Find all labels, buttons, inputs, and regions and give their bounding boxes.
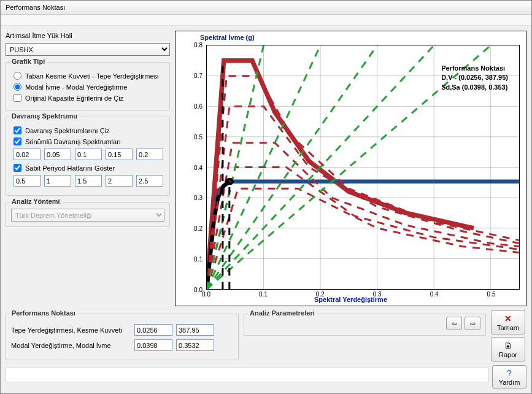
arrow-left-icon: ⇦ bbox=[452, 320, 457, 328]
rapor-button[interactable]: 🗎Rapor bbox=[491, 337, 525, 361]
lower-area: Performans Noktası Tepe Yerdeğiştirmesi,… bbox=[6, 310, 526, 361]
sonumlu-0[interactable] bbox=[13, 149, 40, 160]
performans-group: Performans Noktası Tepe Yerdeğiştirmesi,… bbox=[6, 314, 239, 360]
performans-legend: Performans Noktası bbox=[10, 309, 77, 317]
window-title: Performans Noktası bbox=[6, 4, 65, 11]
perf-row1-label: Tepe Yerdeğiştirmesi, Kesme Kuvveti bbox=[11, 326, 131, 334]
grafik-tipi-legend: Grafik Tipi bbox=[10, 58, 47, 65]
perf-sa-input[interactable] bbox=[176, 339, 214, 351]
analiz-param-legend: Analiz Parametreleri bbox=[248, 309, 317, 317]
dialog-window: Performans Noktası Artımsal İtme Yük Hal… bbox=[0, 0, 532, 394]
close-icon: ✕ bbox=[504, 314, 512, 323]
analiz-yontemi-group: Analiz Yöntemi Türk Deprem Yönetmeliği bbox=[6, 202, 170, 227]
sonumlu-4[interactable] bbox=[136, 149, 163, 160]
check-sonumlu[interactable] bbox=[13, 137, 21, 145]
sabit-0[interactable] bbox=[13, 175, 40, 187]
chart-area: Spektral İvme (g) 0.00.10.20.30.40.50.60… bbox=[175, 31, 526, 306]
perf-row2-label: Modal Yerdeğiştirme, Modal İvme bbox=[11, 342, 131, 349]
sabit-4[interactable] bbox=[136, 175, 163, 187]
perf-d-input[interactable] bbox=[134, 324, 172, 336]
sonumlu-2[interactable] bbox=[75, 149, 102, 160]
sabit-2[interactable] bbox=[75, 175, 102, 187]
radio-modal[interactable] bbox=[13, 83, 21, 91]
chart-y-title: Spektral İvme (g) bbox=[200, 34, 255, 41]
radio-taban-label: Taban Kesme Kuvveti - Tepe Yerdeğiştirme… bbox=[25, 72, 158, 80]
analiz-yontemi-legend: Analiz Yöntemi bbox=[10, 198, 62, 205]
check-sonumlu-label: Sönümlü Davranış Spektrumları bbox=[25, 138, 121, 145]
upper-area: Artımsal İtme Yük Hali PUSHX Grafik Tipi… bbox=[6, 31, 526, 306]
analiz-yontemi-select: Türk Deprem Yönetmeliği bbox=[11, 209, 164, 222]
sabit-3[interactable] bbox=[106, 175, 133, 187]
radio-taban[interactable] bbox=[13, 72, 21, 80]
chart-y-ticks: 0.00.10.20.30.40.50.60.70.8 bbox=[175, 45, 205, 290]
right-buttons: ✕Tamam 🗎Rapor bbox=[491, 310, 526, 361]
radio-modal-label: Modal İvme - Modal Yerdeğiştirme bbox=[25, 83, 127, 91]
check-sabit[interactable] bbox=[13, 164, 21, 172]
titlebar: Performans Noktası bbox=[1, 1, 531, 15]
chart-annotation: Performans Noktası D,V - (0.0256, 387.95… bbox=[441, 64, 508, 92]
davranis-group: Davranış Spektrumu Davranış Spektrumları… bbox=[6, 117, 170, 196]
status-bar bbox=[6, 368, 488, 382]
grafik-tipi-group: Grafik Tipi Taban Kesme Kuvveti - Tepe Y… bbox=[6, 62, 170, 110]
davranis-legend: Davranış Spektrumu bbox=[10, 112, 79, 120]
check-original-curve-label: Orijinal Kapasite Eğrilerini de Çiz bbox=[25, 95, 123, 102]
prev-button[interactable]: ⇦ bbox=[446, 317, 462, 330]
sonumlu-inputs bbox=[13, 149, 164, 160]
sabit-inputs bbox=[13, 175, 164, 187]
chart-plot: Performans Noktası D,V - (0.0256, 387.95… bbox=[206, 45, 520, 290]
document-icon: 🗎 bbox=[504, 341, 512, 350]
toolbar-strip bbox=[1, 15, 531, 26]
chart-x-title: Spektral Yerdeğiştirme bbox=[314, 296, 387, 303]
tamam-button[interactable]: ✕Tamam bbox=[491, 310, 525, 334]
check-spektrum-label: Davranış Spektrumlarını Çiz bbox=[25, 127, 110, 134]
check-original-curve[interactable] bbox=[13, 94, 21, 102]
sonumlu-3[interactable] bbox=[106, 149, 133, 160]
check-spektrum[interactable] bbox=[13, 126, 21, 134]
content: Artımsal İtme Yük Hali PUSHX Grafik Tipi… bbox=[1, 26, 531, 393]
left-panel: Artımsal İtme Yük Hali PUSHX Grafik Tipi… bbox=[6, 31, 170, 306]
analiz-param-group: Analiz Parametreleri ⇦ ⇨ bbox=[244, 314, 486, 336]
arrow-right-icon: ⇨ bbox=[470, 320, 476, 328]
help-icon: ? bbox=[507, 368, 512, 378]
perf-v-input[interactable] bbox=[176, 324, 214, 336]
check-sabit-label: Sabit Periyod Hatlarını Göster bbox=[25, 164, 115, 172]
next-button[interactable]: ⇨ bbox=[465, 317, 480, 330]
load-case-select[interactable]: PUSHX bbox=[6, 43, 170, 56]
sabit-1[interactable] bbox=[44, 175, 71, 187]
load-case-label: Artımsal İtme Yük Hali bbox=[6, 32, 170, 39]
sonumlu-1[interactable] bbox=[44, 149, 71, 160]
perf-sd-input[interactable] bbox=[134, 339, 172, 351]
yardim-button[interactable]: ?Yardım bbox=[492, 365, 526, 388]
